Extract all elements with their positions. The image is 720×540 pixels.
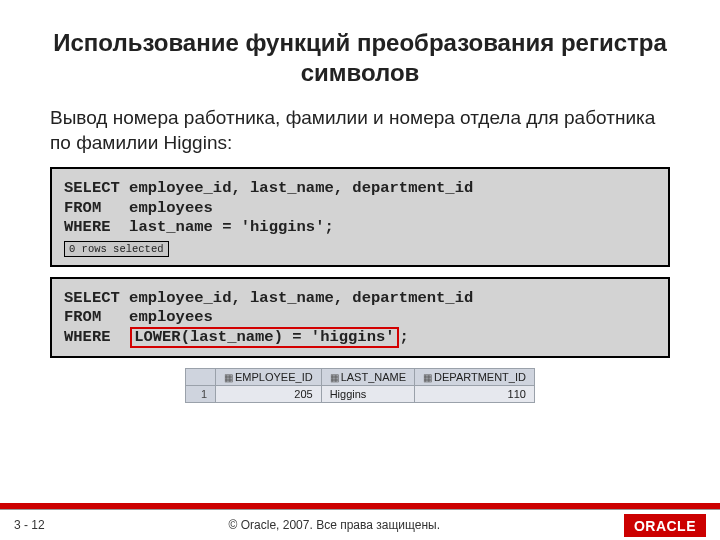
code-line: FROM employees [64,199,656,218]
sql-example-1: SELECT employee_id, last_name, departmen… [50,167,670,266]
sql-example-2: SELECT employee_id, last_name, departmen… [50,277,670,359]
column-icon: ▦ [224,372,233,383]
code-line: WHERE LOWER(last_name) = 'higgins'; [64,327,656,348]
copyright-text: © Oracle, 2007. Все права защищены. [229,518,440,532]
rownum-header [186,369,216,386]
column-icon: ▦ [330,372,339,383]
rows-selected-note: 0 rows selected [64,241,169,257]
semicolon: ; [400,328,409,346]
result-last-name: Higgins [321,386,414,403]
code-line: SELECT employee_id, last_name, departmen… [64,179,656,198]
highlighted-expression: LOWER(last_name) = 'higgins' [130,327,398,348]
result-employee-id: 205 [216,386,322,403]
code-line: WHERE last_name = 'higgins'; [64,218,656,237]
table-header-row: ▦EMPLOYEE_ID ▦LAST_NAME ▦DEPARTMENT_ID [186,369,535,386]
result-rownum: 1 [186,386,216,403]
page-number: 3 - 12 [14,518,45,532]
col-header-employee-id: ▦EMPLOYEE_ID [216,369,322,386]
footer: 3 - 12 © Oracle, 2007. Все права защищен… [0,503,720,540]
result-department-id: 110 [415,386,535,403]
col-header-department-id: ▦DEPARTMENT_ID [415,369,535,386]
table-row: 1 205 Higgins 110 [186,386,535,403]
code-line: SELECT employee_id, last_name, departmen… [64,289,656,308]
query-result-table: ▦EMPLOYEE_ID ▦LAST_NAME ▦DEPARTMENT_ID 1… [185,368,535,403]
code-line: FROM employees [64,308,656,327]
slide-title: Использование функций преобразования рег… [0,0,720,98]
where-keyword: WHERE [64,328,129,346]
col-header-last-name: ▦LAST_NAME [321,369,414,386]
slide-description: Вывод номера работника, фамилии и номера… [0,98,720,159]
oracle-logo: ORACLE [624,514,706,537]
column-icon: ▦ [423,372,432,383]
